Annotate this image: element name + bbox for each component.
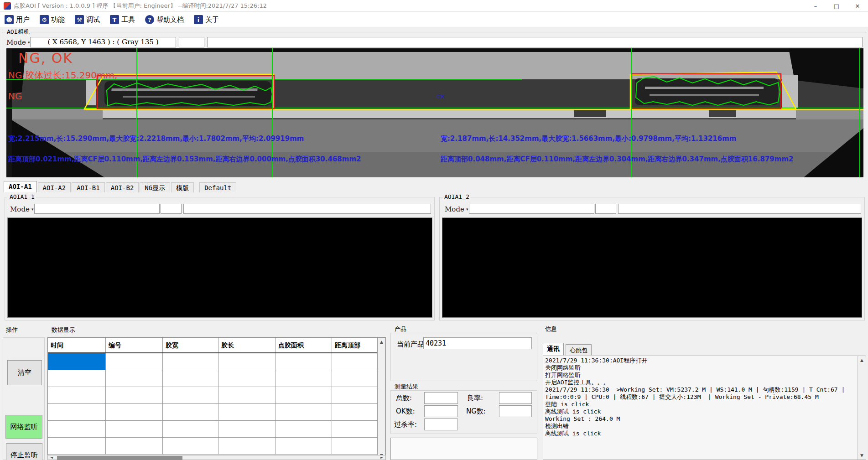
col-distance-top[interactable]: 距离顶部	[332, 338, 378, 352]
tab-aoi-b1[interactable]: AOI-B1	[72, 182, 105, 192]
table-cell[interactable]	[275, 421, 332, 437]
communication-log[interactable]: 2021/7/29 11:36:30:AOI程序打开 关闭网络监听 打开网络监听…	[543, 356, 866, 460]
table-cell[interactable]	[106, 421, 163, 437]
tab-communication[interactable]: 通讯	[543, 343, 564, 355]
toolbar-tools-button[interactable]: T 工具	[108, 14, 137, 26]
scroll-right-icon[interactable]: ►	[378, 455, 385, 460]
table-cell[interactable]	[163, 370, 218, 387]
table-cell[interactable]	[163, 387, 218, 403]
tab-ng-display[interactable]: NG显示	[140, 182, 170, 192]
tab-heartbeat[interactable]: 心跳包	[566, 344, 592, 355]
tab-aoi-a1[interactable]: AOI-A1	[4, 181, 37, 192]
table-cell[interactable]	[106, 404, 163, 420]
aoia1-1-box1[interactable]	[34, 204, 160, 214]
camera-view[interactable]: NG, OK NG:胶体过长:15.290mm, NG OK 宽:2.215mm…	[6, 48, 863, 177]
table-vertical-scrollbar[interactable]: ▲ ▼	[377, 338, 385, 460]
camera-wide-box[interactable]	[207, 37, 863, 47]
yield-value-box[interactable]	[499, 392, 532, 404]
scroll-left-icon[interactable]: ◄	[48, 455, 55, 460]
camera-mode-dropdown[interactable]: Mode ▾	[5, 37, 31, 47]
tab-aoi-b2[interactable]: AOI-B2	[106, 182, 139, 192]
table-cell[interactable]	[332, 421, 378, 437]
stop-listen-button[interactable]: 停止监听	[6, 443, 42, 460]
table-cell[interactable]	[332, 438, 378, 454]
aoia1-1-view[interactable]	[7, 217, 432, 318]
table-cell[interactable]	[106, 387, 163, 403]
close-button[interactable]: ✕	[847, 0, 868, 12]
ng-count-value-box[interactable]	[499, 405, 532, 417]
table-cell[interactable]	[218, 387, 275, 403]
col-glue-length[interactable]: 胶长	[218, 338, 275, 352]
minimize-button[interactable]: –	[805, 0, 826, 12]
table-cell[interactable]	[332, 370, 378, 387]
col-number[interactable]: 编号	[106, 338, 163, 352]
table-cell[interactable]	[218, 421, 275, 437]
toolbar-about-button[interactable]: i 关于	[192, 14, 221, 26]
total-value-box[interactable]	[424, 392, 458, 404]
toolbar-help-button[interactable]: ? 帮助文档	[143, 14, 186, 26]
aoia1-2-box1[interactable]	[469, 204, 594, 214]
table-cell[interactable]	[106, 438, 163, 454]
table-row[interactable]	[48, 404, 378, 421]
camera-small-box[interactable]	[179, 37, 204, 47]
table-cell[interactable]	[48, 370, 106, 387]
col-glue-width[interactable]: 胶宽	[163, 338, 218, 352]
clear-button[interactable]: 清空	[7, 360, 42, 385]
table-cell[interactable]	[106, 353, 163, 370]
overkill-value-box[interactable]	[424, 419, 458, 430]
aoia1-2-mode-dropdown[interactable]: Mode ▾	[443, 204, 470, 214]
table-cell[interactable]	[332, 353, 378, 370]
selected-cell[interactable]	[48, 353, 106, 370]
table-cell[interactable]	[48, 387, 106, 403]
table-row[interactable]	[48, 438, 378, 455]
table-cell[interactable]	[275, 438, 332, 454]
aoia1-2-box3[interactable]	[618, 204, 861, 214]
current-product-input[interactable]	[423, 337, 532, 349]
scroll-up-icon[interactable]: ▲	[380, 338, 383, 346]
table-cell[interactable]	[218, 438, 275, 454]
table-cell[interactable]	[218, 404, 275, 420]
table-cell[interactable]	[163, 438, 218, 454]
horizontal-scroll-thumb[interactable]	[57, 456, 182, 460]
table-horizontal-scrollbar[interactable]: ◄ ►	[47, 455, 386, 460]
tab-default[interactable]: Default	[199, 182, 236, 192]
aoia1-1-box2[interactable]	[161, 204, 182, 214]
table-cell[interactable]	[275, 353, 332, 370]
tab-template[interactable]: 模版	[171, 182, 194, 192]
table-cell[interactable]	[163, 404, 218, 420]
camera-coordinate-box[interactable]: ( X 6568, Y 1463 ) : ( Gray 135 )	[30, 37, 176, 47]
table-cell[interactable]	[163, 353, 218, 370]
table-cell[interactable]	[218, 370, 275, 387]
scroll-up-icon[interactable]: ▲	[860, 356, 863, 364]
aoia1-2-view[interactable]	[442, 217, 862, 318]
ok-count-value-box[interactable]	[424, 405, 458, 417]
tab-aoi-a2[interactable]: AOI-A2	[38, 182, 71, 192]
aoia1-1-mode-dropdown[interactable]: Mode ▾	[8, 204, 35, 214]
col-time[interactable]: 时间	[48, 338, 106, 352]
table-cell[interactable]	[332, 404, 378, 420]
product-note-box[interactable]	[390, 438, 537, 460]
table-row[interactable]	[48, 421, 378, 438]
col-glue-area[interactable]: 点胶面积	[275, 338, 332, 352]
toolbar-function-button[interactable]: ⚙ 功能	[38, 14, 67, 26]
table-cell[interactable]	[275, 370, 332, 387]
aoia1-2-box2[interactable]	[595, 204, 616, 214]
table-row[interactable]	[48, 387, 378, 404]
table-cell[interactable]	[48, 421, 106, 437]
table-cell[interactable]	[48, 404, 106, 420]
scroll-down-icon[interactable]: ▼	[860, 451, 863, 460]
table-cell[interactable]	[275, 387, 332, 403]
table-cell[interactable]	[163, 421, 218, 437]
network-listen-button[interactable]: 网络监听	[5, 415, 42, 439]
table-cell[interactable]	[332, 387, 378, 403]
table-cell[interactable]	[218, 353, 275, 370]
aoia1-1-box3[interactable]	[183, 204, 431, 214]
table-row[interactable]	[48, 370, 378, 387]
table-cell[interactable]	[275, 404, 332, 420]
table-cell[interactable]	[106, 370, 163, 387]
toolbar-debug-button[interactable]: ⚒ 调试	[73, 14, 102, 26]
maximize-button[interactable]: □	[826, 0, 847, 12]
log-scrollbar[interactable]: ▲ ▼	[858, 356, 866, 460]
table-cell[interactable]	[48, 438, 106, 454]
table-row[interactable]	[48, 353, 378, 370]
